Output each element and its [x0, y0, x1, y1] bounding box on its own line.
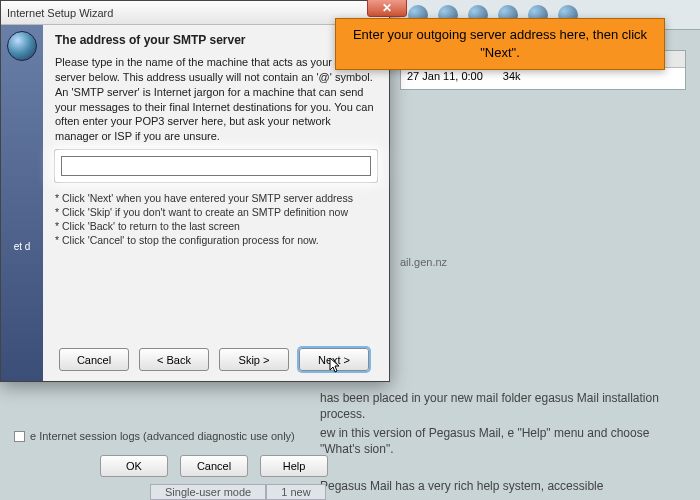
- instruction-callout: Enter your outgoing server address here,…: [335, 18, 665, 70]
- smtp-server-input[interactable]: [61, 156, 371, 176]
- back-button[interactable]: < Back: [139, 348, 209, 371]
- checkbox-label: e Internet session logs (advanced diagno…: [30, 430, 295, 442]
- status-new-count: 1 new: [266, 484, 325, 500]
- status-mode: Single-user mode: [150, 484, 266, 500]
- wizard-instructions: Please type in the name of the machine t…: [55, 55, 377, 144]
- checkbox-icon[interactable]: [14, 431, 25, 442]
- dialog-titlebar[interactable]: Internet Setup Wizard ✕: [1, 1, 389, 25]
- wizard-heading: The address of your SMTP server: [55, 33, 377, 47]
- cell-date: 27 Jan 11, 0:00: [407, 70, 483, 82]
- bg-paragraph: Pegasus Mail has a very rich help system…: [320, 478, 686, 494]
- skip-button[interactable]: Skip >: [219, 348, 289, 371]
- smtp-input-highlight: [55, 150, 377, 182]
- help-button[interactable]: Help: [260, 455, 328, 477]
- wizard-hint: * Click 'Back' to return to the last scr…: [55, 220, 377, 232]
- bg-paragraph: ew in this version of Pegasus Mail, e "H…: [320, 425, 686, 457]
- diagnostic-logs-checkbox[interactable]: e Internet session logs (advanced diagno…: [14, 430, 295, 442]
- ok-button[interactable]: OK: [100, 455, 168, 477]
- wizard-hint: * Click 'Cancel' to stop the configurati…: [55, 234, 377, 246]
- dialog-title: Internet Setup Wizard: [7, 7, 113, 19]
- bg-paragraph: has been placed in your new mail folder …: [320, 390, 686, 422]
- wizard-side-banner: et d: [1, 25, 43, 381]
- status-bar: Single-user mode 1 new: [150, 484, 326, 500]
- globe-icon: [7, 31, 37, 61]
- internet-setup-wizard-dialog: Internet Setup Wizard ✕ et d The address…: [0, 0, 390, 382]
- side-label: et d: [14, 241, 31, 252]
- cancel-button[interactable]: Cancel: [180, 455, 248, 477]
- cursor-icon: [329, 357, 343, 375]
- cancel-button[interactable]: Cancel: [59, 348, 129, 371]
- wizard-hint: * Click 'Skip' if you don't want to crea…: [55, 206, 377, 218]
- domain-hint: ail.gen.nz: [400, 256, 447, 268]
- cell-size: 34k: [503, 70, 521, 82]
- wizard-hint: * Click 'Next' when you have entered you…: [55, 192, 377, 204]
- table-row[interactable]: 27 Jan 11, 0:00 34k: [401, 68, 685, 84]
- close-icon[interactable]: ✕: [367, 0, 407, 17]
